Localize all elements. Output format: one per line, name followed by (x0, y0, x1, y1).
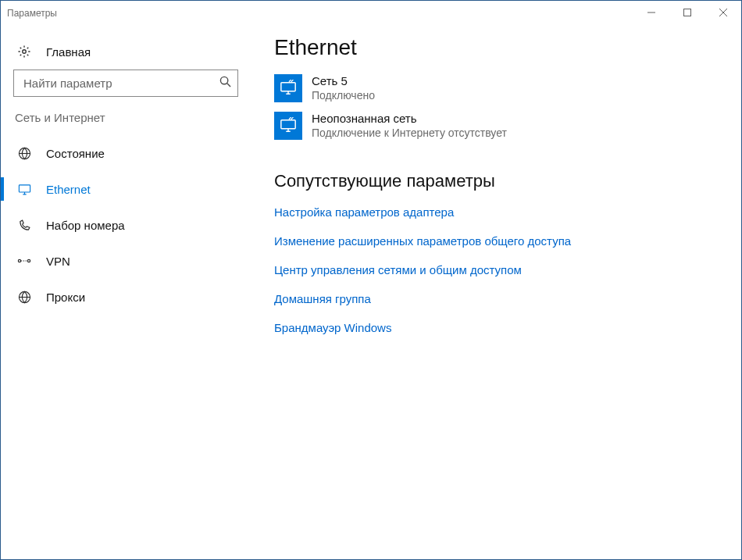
search-container (13, 70, 238, 97)
svg-point-2 (220, 77, 227, 84)
section-label: Сеть и Интернет (1, 111, 251, 135)
connection-item[interactable]: Сеть 5 Подключено (274, 74, 726, 102)
search-icon (219, 76, 231, 91)
svg-rect-8 (281, 83, 295, 91)
sidebar-item-label: Набор номера (46, 219, 125, 232)
link-windows-firewall[interactable]: Брандмауэр Windows (274, 321, 391, 334)
main-content: Ethernet Сеть 5 Подключено (251, 24, 741, 559)
globe-icon (16, 291, 32, 304)
sidebar-item-dialup[interactable]: Набор номера (1, 207, 251, 243)
titlebar: Параметры (1, 1, 741, 24)
monitor-icon (274, 74, 302, 102)
connection-name: Неопознанная сеть (312, 112, 507, 126)
svg-point-1 (23, 50, 27, 54)
minimize-button[interactable] (633, 1, 669, 24)
svg-rect-4 (19, 184, 30, 191)
window-controls (633, 1, 741, 24)
svg-point-5 (18, 259, 20, 262)
link-homegroup[interactable]: Домашняя группа (274, 292, 371, 305)
close-icon (719, 9, 727, 16)
monitor-icon (274, 112, 302, 140)
connection-status: Подключено (312, 88, 375, 102)
connection-name: Сеть 5 (312, 74, 375, 88)
close-button[interactable] (705, 1, 741, 24)
sidebar-item-proxy[interactable]: Прокси (1, 279, 251, 315)
sidebar-item-vpn[interactable]: VPN (1, 243, 251, 279)
maximize-icon (683, 9, 691, 16)
gear-icon (16, 45, 32, 59)
sidebar-item-ethernet[interactable]: Ethernet (1, 171, 251, 207)
svg-rect-0 (684, 9, 691, 16)
search-input[interactable] (22, 76, 219, 91)
sidebar-item-label: Ethernet (46, 183, 91, 196)
nav: Состояние Ethernet (1, 135, 251, 315)
connection-text: Неопознанная сеть Подключение к Интернет… (312, 112, 507, 140)
sidebar-item-label: Состояние (46, 147, 105, 160)
page-title: Ethernet (274, 35, 726, 60)
minimize-icon (647, 9, 655, 16)
monitor-icon (16, 183, 32, 196)
related-heading: Сопутствующие параметры (274, 171, 726, 191)
sidebar-item-status[interactable]: Состояние (1, 135, 251, 171)
connection-text: Сеть 5 Подключено (312, 74, 375, 102)
sidebar-item-label: VPN (46, 255, 70, 268)
link-adapter-settings[interactable]: Настройка параметров адаптера (274, 205, 454, 219)
sidebar-item-label: Прокси (46, 291, 85, 304)
search-box[interactable] (13, 70, 238, 97)
window-title: Параметры (7, 7, 57, 19)
sidebar: Главная Сеть и Интернет (1, 24, 251, 559)
connection-status: Подключение к Интернету отсутствует (312, 126, 507, 140)
vpn-icon (16, 255, 32, 266)
phone-icon (16, 219, 32, 232)
link-network-center[interactable]: Центр управления сетями и общим доступом (274, 263, 522, 276)
home-button[interactable]: Главная (1, 41, 251, 70)
maximize-button[interactable] (669, 1, 705, 24)
home-label: Главная (46, 45, 91, 59)
settings-window: Параметры Главная (0, 0, 742, 560)
link-advanced-sharing[interactable]: Изменение расширенных параметров общего … (274, 234, 571, 248)
connection-item[interactable]: Неопознанная сеть Подключение к Интернет… (274, 112, 726, 140)
svg-rect-9 (281, 120, 295, 129)
globe-icon (16, 147, 32, 160)
svg-point-6 (27, 259, 30, 262)
